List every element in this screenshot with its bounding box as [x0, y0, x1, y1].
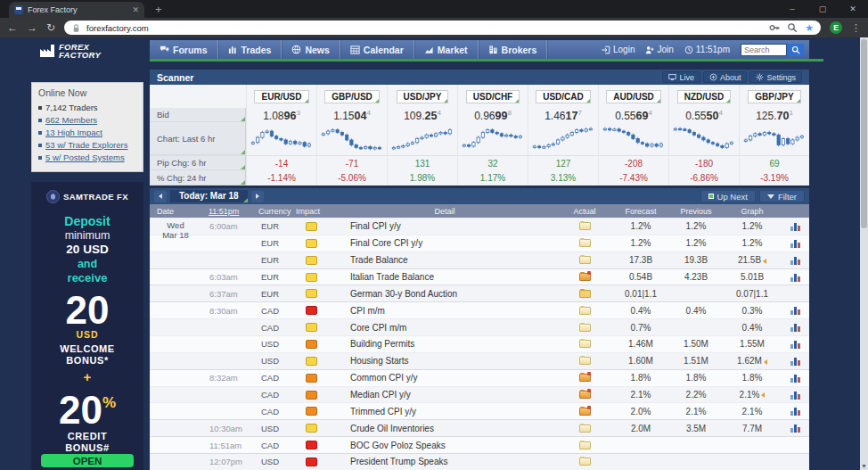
- graph-icon[interactable]: [790, 357, 800, 366]
- browser-tab[interactable]: Forex Factory ✕: [9, 2, 144, 18]
- col-header-1151pm[interactable]: 11:51pm: [201, 207, 251, 216]
- online-now-link[interactable]: 5 w/ Posted Systems: [38, 153, 136, 162]
- graph-icon[interactable]: [790, 424, 800, 433]
- event-name[interactable]: Italian Trade Balance: [333, 272, 556, 282]
- graph-icon[interactable]: [790, 273, 800, 282]
- detail-folder-icon[interactable]: [579, 256, 591, 264]
- detail-folder-icon[interactable]: [579, 290, 591, 298]
- graph-icon[interactable]: [790, 222, 800, 231]
- zoom-icon[interactable]: [787, 22, 798, 33]
- search-button[interactable]: [787, 44, 804, 56]
- event-name[interactable]: BOC Gov Poloz Speaks: [333, 441, 556, 450]
- pair-name[interactable]: GBP/JPY: [748, 90, 800, 103]
- forward-button[interactable]: →: [27, 22, 37, 33]
- nav-item-market[interactable]: Market: [414, 40, 479, 59]
- samtrade-ad[interactable]: SAMTRADE FX Deposit minimum 20 USD and r…: [31, 182, 143, 470]
- nav-item-trades[interactable]: Trades: [218, 40, 283, 59]
- calendar-prev-button[interactable]: [154, 191, 167, 202]
- nav-item-news[interactable]: News: [282, 40, 340, 59]
- detail-folder-icon[interactable]: [579, 324, 591, 332]
- detail-folder-icon[interactable]: [579, 357, 591, 365]
- search-input[interactable]: [741, 44, 787, 56]
- nav-item-forums[interactable]: Forums: [150, 40, 218, 59]
- detail-folder-icon[interactable]: [579, 391, 591, 399]
- online-now-link[interactable]: 13 High Impact: [38, 128, 136, 137]
- event-name[interactable]: Final CPI y/y: [333, 221, 556, 231]
- online-now-link[interactable]: 662 Members: [38, 115, 136, 125]
- nav-item-brokers[interactable]: Brokers: [479, 40, 548, 59]
- event-name[interactable]: Core CPI m/m: [333, 323, 556, 333]
- graph-icon[interactable]: [790, 239, 800, 248]
- detail-folder-icon[interactable]: [579, 273, 591, 281]
- page-scrollbar[interactable]: ▼: [860, 37, 868, 470]
- detail-folder-icon[interactable]: [579, 307, 591, 315]
- graph-icon[interactable]: [790, 256, 800, 265]
- browser-menu-icon[interactable]: ⋮: [851, 22, 861, 34]
- graph-icon[interactable]: [790, 306, 800, 315]
- back-button[interactable]: ←: [7, 22, 18, 33]
- filter-button[interactable]: Filter: [759, 190, 805, 202]
- scanner-row-label-pip[interactable]: Pip Chg: 6 hr: [150, 155, 246, 170]
- detail-folder-icon[interactable]: [579, 374, 591, 382]
- scrollbar-down-arrow[interactable]: ▼: [860, 463, 868, 469]
- window-close-button[interactable]: ✕: [838, 0, 868, 18]
- event-name[interactable]: Common CPI y/y: [333, 373, 556, 383]
- scanner-row-label-pct[interactable]: % Chg: 24 hr: [150, 170, 246, 186]
- graph-icon[interactable]: [790, 407, 800, 416]
- scanner-row-label-chart[interactable]: Chart: Last 6 hr: [150, 122, 246, 155]
- address-bar[interactable]: forexfactory.com ★: [64, 21, 821, 35]
- detail-folder-icon[interactable]: [579, 408, 591, 416]
- event-name[interactable]: Median CPI y/y: [333, 390, 556, 400]
- event-name[interactable]: Final Core CPI y/y: [333, 238, 556, 248]
- graph-icon[interactable]: [790, 323, 800, 332]
- calendar-date-title[interactable]: Today: Mar 18: [170, 190, 248, 202]
- pair-name[interactable]: USD/CAD: [536, 90, 591, 103]
- event-name[interactable]: Housing Starts: [333, 356, 556, 366]
- detail-folder-icon[interactable]: [579, 441, 591, 449]
- pair-name[interactable]: EUR/USD: [254, 90, 308, 103]
- graph-icon[interactable]: [790, 391, 800, 400]
- profile-avatar[interactable]: E: [830, 21, 842, 34]
- detail-folder-icon[interactable]: [579, 458, 591, 466]
- password-key-icon[interactable]: [769, 22, 780, 33]
- pair-name[interactable]: NZD/USD: [677, 90, 731, 103]
- tab-close-icon[interactable]: ✕: [132, 5, 139, 14]
- event-name[interactable]: CPI m/m: [333, 306, 556, 316]
- pair-name[interactable]: GBP/USD: [324, 90, 380, 103]
- detail-folder-icon[interactable]: [579, 425, 591, 433]
- event-name[interactable]: President Trump Speaks: [333, 457, 556, 466]
- window-minimize-button[interactable]: –: [777, 0, 807, 18]
- bookmark-star-icon[interactable]: ★: [805, 23, 814, 33]
- ad-open-button[interactable]: OPEN: [41, 454, 134, 467]
- event-name[interactable]: Building Permits: [333, 339, 556, 349]
- scanner-settings-button[interactable]: Settings: [749, 71, 802, 83]
- scrollbar-thumb[interactable]: [861, 39, 867, 228]
- detail-folder-icon[interactable]: [579, 340, 591, 348]
- graph-icon[interactable]: [790, 374, 800, 383]
- pair-name[interactable]: USD/JPY: [397, 90, 449, 103]
- event-name[interactable]: German 30-y Bond Auction: [333, 289, 556, 299]
- nav-item-calendar[interactable]: Calendar: [340, 40, 414, 59]
- reload-button[interactable]: ↻: [46, 22, 55, 33]
- forex-factory-logo[interactable]: FOREX FACTORY: [39, 43, 101, 59]
- online-now-link[interactable]: 53 w/ Trade Explorers: [38, 140, 136, 150]
- event-name[interactable]: Trade Balance: [333, 255, 556, 265]
- graph-icon[interactable]: [790, 340, 800, 349]
- window-maximize-button[interactable]: ▢: [807, 0, 838, 18]
- event-name[interactable]: Trimmed CPI y/y: [333, 407, 556, 416]
- pair-name[interactable]: AUD/USD: [606, 90, 661, 103]
- event-name[interactable]: Crude Oil Inventories: [333, 424, 556, 433]
- join-link[interactable]: Join: [645, 45, 673, 54]
- scanner-row-label-bid[interactable]: Bid: [150, 108, 246, 122]
- login-link[interactable]: Login: [602, 45, 635, 54]
- time-display[interactable]: 11:51pm: [684, 45, 730, 54]
- scanner-about-button[interactable]: About: [703, 71, 748, 83]
- calendar-next-button[interactable]: [251, 191, 264, 202]
- new-tab-button[interactable]: +: [155, 3, 162, 16]
- detail-folder-icon[interactable]: [579, 222, 591, 230]
- scanner-live-button[interactable]: Live: [662, 71, 700, 83]
- url-text[interactable]: forexfactory.com: [86, 23, 764, 33]
- up-next-button[interactable]: Up Next: [700, 190, 756, 202]
- pair-name[interactable]: USD/CHF: [466, 90, 520, 103]
- detail-folder-icon[interactable]: [579, 239, 591, 247]
